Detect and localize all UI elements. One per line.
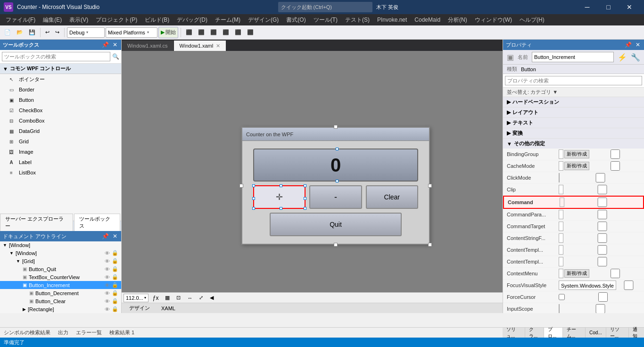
toolbox-item-button[interactable]: ▣ Button [0,95,121,105]
clickmode-checkbox[interactable] [561,173,640,182]
tab-class[interactable]: クラ... [525,328,544,338]
bottom-tab-output[interactable]: 出力 [58,329,68,336]
menu-build[interactable]: ビルド(B) [141,14,173,25]
handle-bl[interactable] [252,207,255,210]
toolbox-tab[interactable]: ツールボックス [74,214,120,231]
toolbox-item-pointer[interactable]: ↖ ポインター [0,74,121,84]
lock-icon[interactable]: 🔒 [112,290,118,296]
maximize-button[interactable]: □ [598,0,619,14]
menu-pinvoke[interactable]: PInvoke.net [373,14,411,25]
inputscope-checkbox[interactable] [561,304,640,313]
toolbox-search-input[interactable] [2,52,110,61]
counter-resize-bottom[interactable] [336,180,339,182]
outline-item-window-top[interactable]: ▼ [Window] [0,241,121,249]
section-header-misc[interactable]: ▼ その他の指定 [503,139,644,149]
toolbox-pin-button[interactable]: 📌 [101,41,110,48]
resize-handle-bottom[interactable] [334,243,338,247]
toolbar-btn-6[interactable]: ⬛ [245,27,256,38]
menu-view[interactable]: 表示(V) [66,14,92,25]
menu-design[interactable]: デザイン(G) [244,14,282,25]
snap-btn-3[interactable]: ↔ [185,292,195,304]
props-pin-button[interactable]: 📌 [624,41,633,48]
open-file-button[interactable]: 📂 [14,27,25,38]
tab-props[interactable]: プロ... [544,328,563,338]
lock-icon[interactable]: 🔒 [112,258,118,264]
platform-dropdown[interactable]: Mixed Platforms ▾ [106,27,157,38]
tab-solution[interactable]: ソリュ... [503,328,525,338]
handle-tr[interactable] [304,184,306,187]
menu-file[interactable]: ファイル(F) [2,14,39,25]
outline-close-button[interactable]: ✕ [112,233,118,240]
menu-window[interactable]: ウィンドウ(W) [471,14,516,25]
toolbox-item-combobox[interactable]: ⊟ ComboBox [0,116,121,126]
quick-search-input[interactable]: クイック起動 (Ctrl+Q) [281,4,332,11]
design-tab[interactable]: デザイン [125,304,154,313]
debug-config-dropdown[interactable]: Debug ▾ [67,27,105,38]
menu-test[interactable]: テスト(S) [341,14,373,25]
toolbox-item-grid[interactable]: ⊞ Grid [0,136,121,147]
resize-handle-right[interactable] [428,184,432,188]
tab-notification[interactable]: 通知 [629,328,644,338]
lock-icon[interactable]: 🔒 [112,274,118,280]
menu-format[interactable]: 書式(O) [282,14,309,25]
props-sort-row[interactable]: 並べ替え: カテゴリ ▼ [503,88,644,97]
resize-handle-br[interactable] [428,243,432,247]
scroll-left[interactable]: ◀ [207,292,216,304]
props-bolt-button[interactable]: ⚡ [618,53,627,62]
toolbox-item-datagrid[interactable]: ▦ DataGrid [0,126,121,136]
outline-item-textbox[interactable]: ▣ TextBox_CounterView 👁 🔒 [0,273,121,281]
toolbox-item-image[interactable]: 🖼 Image [0,147,121,157]
handle-ml[interactable] [252,197,255,200]
handle-mr[interactable] [304,197,306,200]
minimize-button[interactable]: ─ [577,0,598,14]
menu-edit[interactable]: 編集(E) [39,14,66,25]
visibility-icon[interactable]: 👁 [105,290,110,296]
toolbox-item-listbox[interactable]: ≡ ListBox [0,167,121,178]
forcecursor-value-checkbox[interactable] [559,294,565,300]
menu-analyze[interactable]: 分析(N) [444,14,471,25]
menu-project[interactable]: プロジェクト(P) [92,14,141,25]
visibility-icon[interactable]: 👁 [105,298,110,304]
contenttempl2-checkbox[interactable] [564,257,640,266]
outline-item-btn-increment[interactable]: ▣ Button_Increment 👁 🔒 [0,281,121,289]
lock-icon[interactable]: 🔒 [112,282,118,288]
section-header-layout[interactable]: ▶ レイアウト [503,107,644,117]
outline-item-window[interactable]: ▼ [Window] 👁 🔒 [0,249,121,257]
server-explorer-tab[interactable]: サーバー エクスプローラー [0,214,73,231]
toolbox-section-header[interactable]: ▼ コモン WPF コントロール [0,64,121,74]
commandpara-checkbox[interactable] [564,210,640,219]
contentstringf-checkbox[interactable] [564,233,640,243]
visibility-icon[interactable]: 👁 [105,258,110,264]
redo-button[interactable]: ↪ [53,27,62,38]
focusvisualstyle-checkbox[interactable] [617,281,640,290]
close-button[interactable]: ✕ [619,0,640,14]
toolbox-close-button[interactable]: ✕ [112,41,118,48]
zoom-dropdown[interactable]: 112.0... ▾ [124,294,149,302]
snap-btn-2[interactable]: ⊡ [174,292,183,304]
lock-icon[interactable]: 🔒 [112,306,118,312]
tab-codemaid[interactable]: Cod... [586,328,606,338]
outline-item-rectangle[interactable]: ▶ [Rectangle] 👁 🔒 [0,305,121,313]
menu-team[interactable]: チーム(M) [211,14,244,25]
outline-item-grid[interactable]: ▼ [Grid] 👁 🔒 [0,257,121,265]
outline-pin-button[interactable]: 📌 [101,233,110,240]
section-header-transform[interactable]: ▶ 変換 [503,128,644,138]
inputscope-select[interactable] [559,304,560,313]
menu-help[interactable]: ヘルプ(H) [516,14,548,25]
wpf-quit-button[interactable]: Quit [270,213,402,236]
outline-item-btn-clear[interactable]: ▣ Button_Clear 👁 🔒 [0,297,121,305]
cachemode-new-btn[interactable]: 新視/作成 [564,162,589,170]
counter-resize-top[interactable] [336,148,339,150]
bindinggroup-checkbox[interactable] [590,149,640,159]
tab-team[interactable]: チーム... [563,328,586,338]
bindinggroup-new-btn[interactable]: 新視/作成 [564,150,589,158]
section-header-appearance[interactable]: ▶ ハードベースション [503,97,644,107]
handle-tl[interactable] [252,184,255,187]
formula-button[interactable]: ƒx [150,292,161,304]
clip-checkbox[interactable] [564,185,640,194]
undo-button[interactable]: ↩ [43,27,52,38]
toolbox-item-label[interactable]: A Label [0,157,121,167]
forcecursor-checkbox[interactable] [566,292,640,302]
handle-tc[interactable] [280,184,282,187]
props-close-button[interactable]: ✕ [635,41,641,48]
